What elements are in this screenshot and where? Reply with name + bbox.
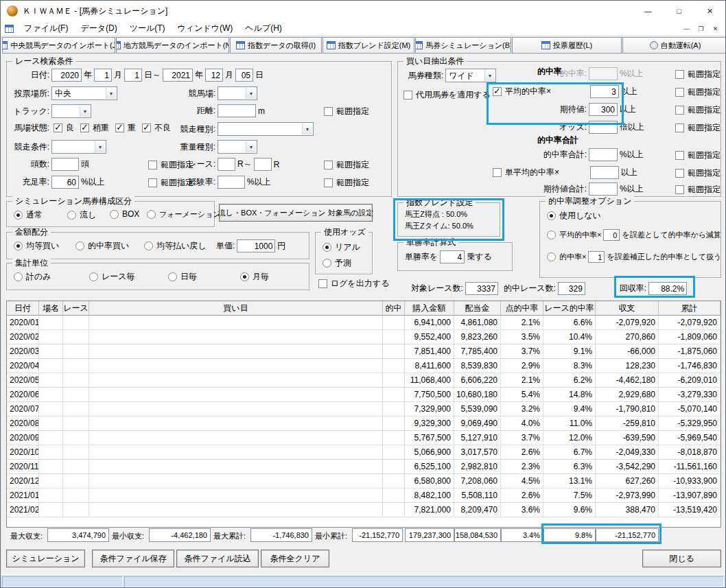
range-option[interactable]: 範囲指定 xyxy=(675,104,721,116)
toolbar-import-local-button[interactable]: 地方競馬データのインポート(N) xyxy=(116,37,229,54)
avg-hit-rate-checkbox[interactable] xyxy=(493,87,502,96)
weight-type-select[interactable]: ▼ xyxy=(218,140,257,154)
heads-input[interactable] xyxy=(51,158,79,171)
range-checkbox[interactable] xyxy=(675,169,684,178)
table-row[interactable]: 2020/029,552,4009,823,2603.5%10.4%270,86… xyxy=(7,330,721,344)
fill-rate-input[interactable]: 60 xyxy=(51,176,79,189)
agg-per-day-option[interactable]: 日毎 xyxy=(168,271,197,283)
range-option[interactable]: 範囲指定 xyxy=(675,122,721,134)
column-header[interactable]: レース xyxy=(63,301,89,316)
toolbar-import-central-button[interactable]: 中央競馬データのインポート(J) xyxy=(2,37,115,54)
exp-rate-input[interactable] xyxy=(218,176,245,189)
win-rate-power-input[interactable]: 4 xyxy=(440,250,465,263)
substitute-option[interactable]: 代用馬券を適用する xyxy=(403,89,491,101)
table-row[interactable]: 2020/037,851,4007,785,4003.7%9.1%-66,000… xyxy=(7,344,721,359)
menu-window[interactable]: ウィンドウ(W) xyxy=(172,21,239,36)
toolbar-simulation-button[interactable]: 馬券シミュレーション(B) xyxy=(415,37,511,54)
range-checkbox[interactable] xyxy=(324,161,333,169)
agg-total-only-option[interactable]: 計のみ xyxy=(14,271,51,283)
column-header[interactable]: 点的中率 xyxy=(501,301,543,316)
table-row[interactable]: 2021/018,482,1005,508,1102.6%7.5%-2,973,… xyxy=(7,489,721,503)
column-header[interactable]: 的中 xyxy=(383,301,405,316)
column-header[interactable]: 累計 xyxy=(659,301,721,316)
course-select[interactable]: ▼ xyxy=(218,86,257,100)
toolbar-vote-history-button[interactable]: 投票履歴(L) xyxy=(512,37,622,54)
menu-tools[interactable]: ツール(T) xyxy=(124,21,172,36)
clear-all-conditions-button[interactable]: 条件全クリア xyxy=(261,550,329,567)
agg-per-race-option[interactable]: レース毎 xyxy=(89,271,135,283)
column-header[interactable]: 購入金額 xyxy=(405,301,454,316)
radio-icon[interactable] xyxy=(89,272,98,281)
save-condition-file-button[interactable]: 条件ファイル保存 xyxy=(92,550,174,567)
range-option[interactable]: 範囲指定 xyxy=(675,184,721,196)
sim-type-box-option[interactable]: BOX xyxy=(110,209,139,219)
target-horses-settings-button[interactable]: 流し・BOX・フォーメーション 対象馬の設定 xyxy=(219,204,373,222)
date-to-year-input[interactable]: 2021 xyxy=(163,69,193,82)
range-option[interactable]: 範囲指定 xyxy=(324,177,369,189)
mdi-minimize-button[interactable]: — xyxy=(679,23,694,35)
radio-icon[interactable] xyxy=(14,211,23,220)
load-condition-file-button[interactable]: 条件ファイル読込 xyxy=(176,550,259,567)
radio-icon[interactable] xyxy=(547,231,556,239)
column-header[interactable]: 買い目 xyxy=(89,301,383,316)
radio-icon[interactable] xyxy=(547,252,556,261)
date-from-year-input[interactable]: 2020 xyxy=(51,69,82,82)
adjust-avg-option[interactable]: 平均的中率× 0 を誤差として的中率から減算 xyxy=(547,229,721,241)
close-button[interactable]: ✕ xyxy=(694,1,725,21)
range-option[interactable]: 範囲指定 xyxy=(675,86,721,98)
range-checkbox[interactable] xyxy=(148,178,157,187)
adjust-hit-option[interactable]: 的中率× 1 を誤差補正した的中率として扱う xyxy=(547,251,721,263)
radio-icon[interactable] xyxy=(110,210,119,219)
race-type-select[interactable]: ▼ xyxy=(218,122,314,136)
radio-icon[interactable] xyxy=(14,272,23,281)
mdi-close-button[interactable]: ✕ xyxy=(708,23,723,35)
radio-icon[interactable] xyxy=(323,259,331,268)
single-avg-hit-checkbox[interactable] xyxy=(493,168,502,177)
table-row[interactable]: 2020/116,525,1002,982,8102.3%6.3%-3,542,… xyxy=(7,460,721,474)
table-row[interactable]: 2020/089,329,3009,069,4904.0%11.0%-259,8… xyxy=(7,416,721,431)
amount-hit-rate-buy-option[interactable]: 的中率買い xyxy=(75,240,129,252)
range-checkbox[interactable] xyxy=(675,151,684,160)
amount-equal-buy-option[interactable]: 均等買い xyxy=(14,240,59,252)
avg-hit-rate-input[interactable]: 3 xyxy=(590,85,619,98)
range-checkbox[interactable] xyxy=(675,88,684,97)
toolbar-auto-run-button[interactable]: 自動運転(A) xyxy=(622,37,726,54)
race-cond-select[interactable]: ▼ xyxy=(51,140,106,154)
radio-icon[interactable] xyxy=(67,211,76,220)
menu-file[interactable]: ファイル(F) xyxy=(18,21,74,36)
substitute-checkbox[interactable] xyxy=(403,91,412,99)
log-output-option[interactable]: ログを出力する xyxy=(318,278,389,290)
simulation-button[interactable]: シミュレーション xyxy=(6,550,85,567)
single-avg-hit-input[interactable] xyxy=(590,166,619,179)
column-header[interactable]: 場名 xyxy=(39,301,63,316)
range-checkbox[interactable] xyxy=(324,107,333,116)
range-option[interactable]: 範囲指定 xyxy=(675,167,721,179)
radio-icon[interactable] xyxy=(14,242,23,250)
range-option[interactable]: 範囲指定 xyxy=(324,106,369,117)
range-checkbox[interactable] xyxy=(148,161,157,169)
table-row[interactable]: 2020/067,750,50010,680,1805.4%14.8%2,929… xyxy=(7,388,721,402)
distance-input[interactable] xyxy=(218,104,256,117)
radio-icon[interactable] xyxy=(144,242,153,250)
condition-good-checkbox[interactable] xyxy=(54,124,62,132)
expected-sum-input[interactable] xyxy=(589,183,618,196)
menu-data[interactable]: データ(D) xyxy=(74,21,123,36)
column-header[interactable]: 配当金 xyxy=(454,301,501,316)
table-row[interactable]: 2020/0511,068,4006,606,2202.1%6.2%-4,462… xyxy=(7,373,721,388)
range-checkbox[interactable] xyxy=(675,106,684,115)
range-checkbox[interactable] xyxy=(675,124,684,132)
condition-heavy-checkbox[interactable] xyxy=(115,124,124,132)
radio-icon[interactable] xyxy=(240,272,249,281)
toolbar-get-index-button[interactable]: 指数データの取得(I) xyxy=(230,37,322,54)
hit-rate-sum-input[interactable] xyxy=(589,148,618,161)
date-from-day-input[interactable]: 1 xyxy=(124,69,142,82)
range-option[interactable]: 範囲指定 xyxy=(675,150,721,161)
log-output-checkbox[interactable] xyxy=(318,279,327,288)
close-dialog-button[interactable]: 閉じる xyxy=(642,550,721,567)
race-no-from-input[interactable] xyxy=(218,158,235,171)
expected-value-input[interactable]: 300 xyxy=(589,103,618,116)
agg-per-month-option[interactable]: 月毎 xyxy=(240,271,269,283)
radio-icon[interactable] xyxy=(75,242,84,250)
radio-icon[interactable] xyxy=(547,211,556,220)
range-checkbox[interactable] xyxy=(675,70,684,79)
